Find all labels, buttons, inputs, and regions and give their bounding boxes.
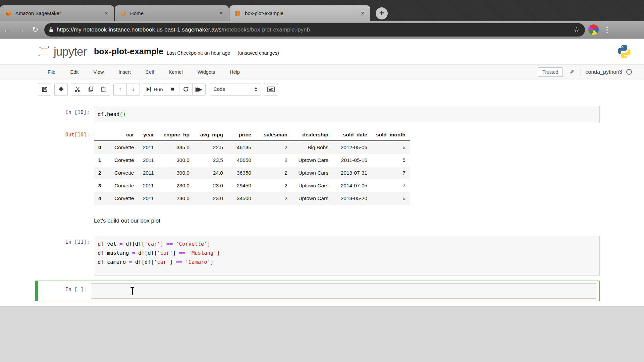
browser-menu-icon[interactable]: ⋮ <box>603 25 611 34</box>
notebook-toolbar: ✚ ↑ <box>0 79 644 99</box>
table-cell: 300.0 <box>158 154 194 167</box>
interrupt-kernel-button[interactable]: ■ <box>166 83 179 96</box>
bookmark-star-icon[interactable]: ☆ <box>573 26 580 34</box>
code-input[interactable]: df_vet = df[df['car'] == 'Corvette'] df_… <box>94 236 600 276</box>
trusted-badge[interactable]: Trusted <box>538 67 563 77</box>
code-input[interactable]: df.head() <box>94 106 600 123</box>
cell-type-dropdown[interactable]: Code <box>210 83 261 96</box>
tab-box-plot-example[interactable]: box-plot-example × <box>229 5 370 21</box>
paste-cell-button[interactable] <box>97 83 110 96</box>
close-tab-icon[interactable]: × <box>103 10 109 17</box>
jupyter-logo[interactable]: jupyter <box>38 45 87 58</box>
table-cell: 230.0 <box>158 192 194 205</box>
table-cell: 23.0 <box>194 179 227 192</box>
notebook-title[interactable]: box-plot-example <box>94 47 163 56</box>
table-cell: 335.0 <box>158 141 194 154</box>
code-line: df_camaro = df[df['car'] == 'Camaro'] <box>98 258 596 267</box>
fast-forward-icon: ▶▶ <box>196 86 202 93</box>
input-prompt: In [11]: <box>39 236 94 276</box>
table-cell: Corvette <box>106 179 139 192</box>
table-row: 2Corvette2011300.024.0363502Uptown Cars2… <box>94 167 410 179</box>
arrow-up-icon: ↑ <box>119 86 122 93</box>
command-palette-button[interactable] <box>264 83 278 96</box>
table-cell: 2011 <box>139 192 158 205</box>
run-cell-button[interactable]: Run <box>143 83 166 96</box>
table-cell: 230.0 <box>158 179 194 192</box>
column-header: year <box>139 129 158 141</box>
save-button[interactable] <box>38 83 51 96</box>
dataframe-table: caryearengine_hpavg_mpgpricesalesmandeal… <box>94 129 410 205</box>
code-cell-11[interactable]: In [11]: df_vet = df[df['car'] == 'Corve… <box>39 236 600 276</box>
move-cell-down-button[interactable]: ↓ <box>126 83 140 96</box>
row-index: 2 <box>94 167 106 179</box>
profile-avatar[interactable] <box>588 24 599 35</box>
menu-help[interactable]: Help <box>230 69 240 75</box>
stop-icon: ■ <box>171 86 174 93</box>
forward-icon[interactable]: → <box>14 25 28 34</box>
column-header: sold_month <box>372 129 410 141</box>
menu-edit[interactable]: Edit <box>70 69 78 75</box>
table-cell: 23.5 <box>194 154 227 167</box>
table-cell: 2011 <box>139 154 158 167</box>
paste-icon <box>101 86 107 93</box>
menu-kernel[interactable]: Kernel <box>169 69 183 75</box>
code-line: df_mustang = df[df['car'] == 'Mustang'] <box>98 249 596 258</box>
text-cursor-ibeam-icon <box>130 287 135 296</box>
notebook-menubar: File Edit View Insert Cell Kernel Widget… <box>0 64 644 79</box>
restart-run-all-button[interactable]: ▶▶ <box>192 83 206 96</box>
output-prompt: Out[10]: <box>39 128 94 205</box>
column-header: sold_date <box>333 129 372 141</box>
menu-view[interactable]: View <box>93 69 104 75</box>
table-row: 4Corvette2011230.023.0345002Uptown Cars2… <box>94 192 410 205</box>
tab-home[interactable]: Home × <box>115 5 229 21</box>
empty-code-input[interactable] <box>91 283 596 299</box>
input-prompt: In [ ]: <box>39 283 91 299</box>
table-cell: 2014-07-05 <box>333 179 372 192</box>
page-background <box>0 306 644 360</box>
edit-title-pencil-icon[interactable]: ✎ <box>570 68 574 75</box>
menu-widgets[interactable]: Widgets <box>198 69 215 75</box>
table-cell: Big Bobs <box>292 141 333 154</box>
scissors-icon <box>74 86 81 93</box>
copy-cell-button[interactable] <box>84 83 97 96</box>
table-row: 3Corvette2011230.023.0294502Uptown Cars2… <box>94 179 410 192</box>
menu-insert[interactable]: Insert <box>119 69 131 75</box>
code-cell-10[interactable]: In [10]: df.head() <box>39 106 600 123</box>
menu-cell[interactable]: Cell <box>146 69 154 75</box>
tab-amazon-sagemaker[interactable]: Amazon SageMaker × <box>0 5 114 21</box>
table-cell: 29450 <box>227 179 256 192</box>
notebook-header: jupyter box-plot-example Last Checkpoint… <box>0 39 644 64</box>
markdown-cell[interactable]: Let's build out our box plot <box>39 217 600 224</box>
table-cell: 2012-05-06 <box>333 141 372 154</box>
url-text[interactable]: https://my-notebook-instance.notebook.us… <box>57 26 573 33</box>
copy-icon <box>88 86 94 93</box>
add-cell-button[interactable]: ✚ <box>54 83 68 96</box>
table-cell: 23.0 <box>194 192 227 205</box>
table-cell: 22.5 <box>194 141 227 154</box>
back-icon[interactable]: ← <box>0 25 14 34</box>
table-cell: Uptown Cars <box>292 179 333 192</box>
table-cell: Corvette <box>106 154 139 167</box>
address-bar[interactable]: https://my-notebook-instance.notebook.us… <box>44 23 585 37</box>
index-corner <box>94 129 106 141</box>
close-tab-icon[interactable]: × <box>218 10 224 17</box>
table-cell: 2011 <box>139 167 158 179</box>
table-row: 1Corvette2011300.023.5406502Uptown Cars2… <box>94 154 410 167</box>
menu-file[interactable]: File <box>48 69 55 75</box>
table-cell: 5 <box>372 154 410 167</box>
table-cell: 5 <box>372 141 410 154</box>
table-cell: 7 <box>372 179 410 192</box>
column-header: avg_mpg <box>194 129 227 141</box>
selected-empty-cell[interactable]: In [ ]: <box>35 281 600 301</box>
reload-icon[interactable]: ↻ <box>28 25 42 34</box>
new-tab-button[interactable]: + <box>376 7 388 19</box>
restart-kernel-button[interactable] <box>179 83 193 96</box>
table-cell: 2 <box>256 167 292 179</box>
move-cell-up-button[interactable]: ↑ <box>113 83 127 96</box>
jupyter-page: jupyter box-plot-example Last Checkpoint… <box>0 39 644 360</box>
table-cell: 2 <box>256 154 292 167</box>
kernel-idle-indicator-icon <box>626 69 632 75</box>
cut-cell-button[interactable] <box>71 83 84 96</box>
close-tab-icon[interactable]: × <box>360 10 366 17</box>
table-cell: 7 <box>372 167 410 179</box>
